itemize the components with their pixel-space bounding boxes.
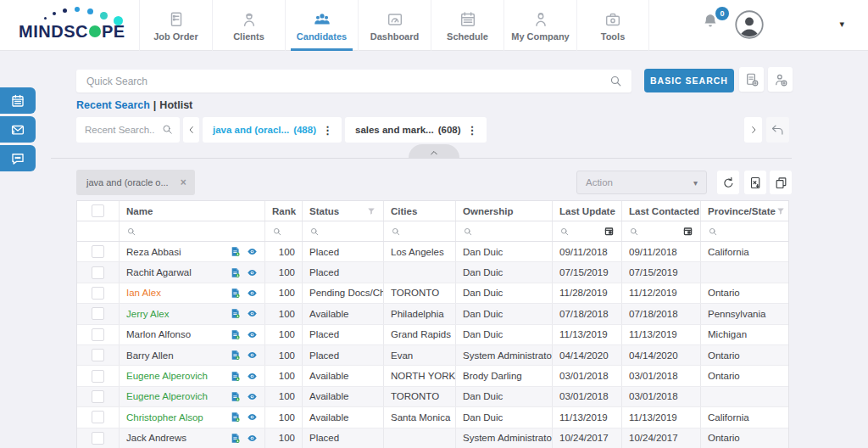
quick-search-input[interactable]: [76, 70, 632, 92]
recent-search-link[interactable]: Recent Search: [76, 99, 150, 111]
account-dropdown-caret[interactable]: ▾: [839, 19, 844, 30]
nav-tab-my-company[interactable]: My Company: [504, 0, 576, 51]
search-icon[interactable]: [609, 74, 623, 88]
close-icon[interactable]: ×: [181, 176, 186, 188]
candidate-name-link[interactable]: Jack Andrews: [126, 433, 186, 443]
preview-eye-icon[interactable]: [247, 246, 258, 257]
col-header-rank[interactable]: Rank: [265, 201, 303, 221]
preview-eye-icon[interactable]: [247, 350, 258, 361]
resume-document-icon[interactable]: [230, 329, 241, 340]
mindscope-logo[interactable]: MINDSCPE: [19, 7, 129, 46]
preview-eye-icon[interactable]: [247, 288, 258, 299]
nav-tab-schedule[interactable]: Schedule: [431, 0, 504, 51]
resume-document-icon[interactable]: [230, 412, 241, 423]
row-checkbox[interactable]: [92, 370, 104, 383]
col-header-name[interactable]: Name: [120, 201, 265, 221]
export-excel-button[interactable]: [744, 171, 766, 194]
table-row[interactable]: Eugene Alperovich100AvailableTORONTODan …: [77, 387, 788, 407]
basic-search-button[interactable]: BASIC SEARCH: [644, 69, 734, 92]
resume-document-icon[interactable]: [230, 391, 241, 402]
col-header-last_contacted[interactable]: Last Contacted: [622, 201, 701, 221]
collapse-panel-handle[interactable]: [409, 144, 459, 158]
resume-document-icon[interactable]: [230, 371, 241, 382]
resume-document-icon[interactable]: [230, 350, 241, 361]
table-row[interactable]: Marlon Alfonso100PlacedGrand RapidsDan D…: [77, 325, 788, 345]
nav-tab-job-order[interactable]: Job Order: [139, 0, 212, 51]
candidate-name-link[interactable]: Barry Allen: [126, 350, 174, 361]
table-row[interactable]: Rachit Agarwal100PlacedDan Duic07/15/201…: [77, 262, 788, 283]
resume-document-icon[interactable]: [230, 246, 241, 257]
add-candidate-button[interactable]: [768, 67, 793, 92]
notifications-button[interactable]: 0: [700, 12, 726, 37]
col-header-last_update[interactable]: Last Update: [553, 201, 622, 221]
table-row[interactable]: Eugene Alperovich100AvailableNORTH YORKB…: [77, 366, 788, 386]
row-checkbox[interactable]: [92, 307, 104, 320]
recent-search-tab[interactable]: java and (oracl...(488)⋮: [203, 117, 342, 143]
candidate-name-link[interactable]: Ian Alex: [126, 288, 161, 298]
row-checkbox[interactable]: [92, 411, 104, 423]
sidebar-button-calendar[interactable]: [0, 87, 36, 114]
filter-input-rank[interactable]: [265, 221, 303, 241]
table-row[interactable]: Barry Allen100PlacedEvanSystem Administr…: [77, 345, 788, 366]
nav-tab-dashboard[interactable]: Dashboard: [358, 0, 431, 51]
recent-search-tab[interactable]: sales and mark...(608)⋮: [345, 117, 487, 143]
select-all-header[interactable]: [77, 201, 120, 221]
filter-input-status[interactable]: [303, 221, 384, 241]
filter-funnel-icon[interactable]: [776, 206, 786, 216]
table-row[interactable]: Ian Alex100Pending Docs/ChkTORONTODan Du…: [77, 283, 788, 304]
nav-tab-tools[interactable]: Tools: [576, 0, 649, 51]
refresh-button[interactable]: [717, 171, 739, 194]
candidate-name-link[interactable]: Jerry Alex: [126, 309, 170, 319]
calendar-icon[interactable]: [604, 226, 615, 237]
candidate-name-link[interactable]: Eugene Alperovich: [126, 371, 208, 381]
sidebar-button-sms[interactable]: [0, 145, 36, 171]
row-checkbox[interactable]: [92, 328, 104, 341]
candidate-name-link[interactable]: Christopher Alsop: [126, 412, 203, 423]
user-avatar[interactable]: [734, 9, 765, 40]
table-row[interactable]: Christopher Alsop100AvailableSanta Monic…: [77, 407, 788, 428]
resume-document-icon[interactable]: [230, 308, 241, 319]
table-row[interactable]: Jack Andrews100PlacedSystem Administrato…: [77, 428, 788, 448]
sidebar-button-mail[interactable]: [0, 116, 36, 143]
row-checkbox[interactable]: [92, 287, 104, 300]
kebab-menu-icon[interactable]: ⋮: [320, 124, 335, 137]
filter-input-last_update[interactable]: [553, 221, 622, 241]
add-resume-button[interactable]: [739, 67, 764, 92]
tabs-scroll-left-button[interactable]: [183, 117, 199, 143]
table-row[interactable]: Reza Abbasi100PlacedLos AngelesDan Duic0…: [77, 242, 788, 262]
resume-document-icon[interactable]: [230, 433, 241, 444]
candidate-name-link[interactable]: Eugene Alperovich: [126, 391, 208, 401]
filter-input-ownership[interactable]: [456, 221, 553, 241]
filter-input-province[interactable]: [701, 221, 788, 241]
row-checkbox[interactable]: [92, 266, 104, 279]
active-filter-chip[interactable]: java and (oracle o... ×: [76, 170, 195, 195]
nav-tab-clients[interactable]: Clients: [212, 0, 285, 51]
col-header-cities[interactable]: Cities: [384, 201, 456, 221]
filter-input-cities[interactable]: [384, 221, 456, 241]
preview-eye-icon[interactable]: [247, 433, 258, 444]
filter-input-last_contacted[interactable]: [622, 221, 701, 241]
preview-eye-icon[interactable]: [247, 267, 258, 278]
row-checkbox[interactable]: [92, 432, 104, 445]
undo-button[interactable]: [766, 117, 789, 143]
candidate-name-link[interactable]: Rachit Agarwal: [126, 267, 192, 277]
resume-document-icon[interactable]: [230, 288, 241, 299]
preview-eye-icon[interactable]: [247, 412, 258, 423]
kebab-menu-icon[interactable]: ⋮: [465, 124, 480, 137]
select-all-checkbox[interactable]: [92, 204, 104, 217]
preview-eye-icon[interactable]: [247, 329, 258, 340]
row-checkbox[interactable]: [92, 349, 104, 361]
preview-eye-icon[interactable]: [247, 391, 258, 402]
preview-eye-icon[interactable]: [247, 371, 258, 382]
tabs-scroll-right-button[interactable]: [744, 117, 762, 143]
candidate-name-link[interactable]: Reza Abbasi: [126, 247, 181, 257]
filter-input-name[interactable]: [120, 221, 265, 241]
copy-view-button[interactable]: [770, 171, 792, 194]
table-row[interactable]: Jerry Alex100AvailablePhiladelphiaDan Du…: [77, 304, 788, 324]
preview-eye-icon[interactable]: [247, 308, 258, 319]
calendar-icon[interactable]: [682, 226, 693, 237]
row-checkbox[interactable]: [92, 245, 104, 258]
candidate-name-link[interactable]: Marlon Alfonso: [126, 329, 191, 339]
hotlist-link[interactable]: Hotlist: [159, 99, 192, 111]
resume-document-icon[interactable]: [230, 267, 241, 278]
